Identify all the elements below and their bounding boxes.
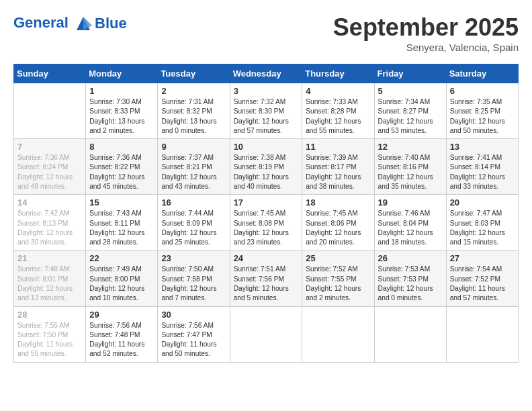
day-number: 19 — [378, 197, 443, 208]
day-number: 17 — [234, 197, 299, 208]
day-number: 30 — [161, 310, 226, 320]
day-number: 15 — [89, 197, 154, 208]
sunset-text: Sunset: 8:24 PM — [17, 163, 82, 172]
sunset-text: Sunset: 7:53 PM — [378, 275, 443, 284]
daylight-text: Daylight: 12 hours and 55 minutes. — [306, 117, 370, 136]
cell-info: Sunrise: 7:33 AM Sunset: 8:28 PM Dayligh… — [306, 97, 370, 136]
calendar-week-row: 28 Sunrise: 7:55 AM Sunset: 7:50 PM Dayl… — [14, 306, 519, 362]
cell-info: Sunrise: 7:36 AM Sunset: 8:22 PM Dayligh… — [89, 153, 154, 191]
daylight-text: Daylight: 12 hours and 28 minutes. — [89, 228, 154, 248]
weekday-header: Thursday — [302, 64, 374, 83]
daylight-text: Daylight: 12 hours and 23 minutes. — [234, 228, 299, 248]
daylight-text: Daylight: 12 hours and 20 minutes. — [306, 228, 370, 248]
logo: General Blue — [13, 13, 127, 34]
weekday-header: Saturday — [446, 64, 518, 83]
weekday-header-row: SundayMondayTuesdayWednesdayThursdayFrid… — [14, 64, 519, 83]
calendar-cell — [446, 306, 518, 362]
daylight-text: Daylight: 12 hours and 13 minutes. — [17, 284, 82, 304]
calendar-cell: 19 Sunrise: 7:46 AM Sunset: 8:04 PM Dayl… — [374, 195, 446, 250]
sunset-text: Sunset: 8:11 PM — [89, 219, 154, 228]
sunrise-text: Sunrise: 7:50 AM — [161, 265, 226, 274]
calendar-cell: 29 Sunrise: 7:56 AM Sunset: 7:48 PM Dayl… — [86, 306, 158, 362]
weekday-header: Wednesday — [230, 64, 302, 83]
cell-info: Sunrise: 7:56 AM Sunset: 7:47 PM Dayligh… — [161, 321, 226, 359]
cell-info: Sunrise: 7:56 AM Sunset: 7:48 PM Dayligh… — [89, 321, 154, 359]
daylight-text: Daylight: 12 hours and 35 minutes. — [378, 173, 443, 192]
month-title: September 2025 — [333, 13, 519, 42]
weekday-header: Monday — [86, 64, 158, 83]
calendar-cell: 12 Sunrise: 7:40 AM Sunset: 8:16 PM Dayl… — [374, 139, 446, 195]
calendar-cell: 2 Sunrise: 7:31 AM Sunset: 8:32 PM Dayli… — [158, 83, 230, 139]
daylight-text: Daylight: 12 hours and 48 minutes. — [17, 173, 82, 192]
sunrise-text: Sunrise: 7:42 AM — [17, 209, 82, 218]
daylight-text: Daylight: 12 hours and 45 minutes. — [89, 173, 154, 192]
calendar-cell: 5 Sunrise: 7:34 AM Sunset: 8:27 PM Dayli… — [374, 83, 446, 139]
daylight-text: Daylight: 11 hours and 52 minutes. — [89, 340, 154, 359]
calendar-cell: 28 Sunrise: 7:55 AM Sunset: 7:50 PM Dayl… — [14, 306, 86, 362]
day-number: 29 — [89, 310, 154, 320]
weekday-header: Sunday — [14, 64, 86, 83]
sunrise-text: Sunrise: 7:41 AM — [450, 153, 515, 163]
cell-info: Sunrise: 7:49 AM Sunset: 8:00 PM Dayligh… — [89, 265, 154, 303]
sunset-text: Sunset: 7:50 PM — [17, 330, 82, 340]
day-number: 12 — [378, 142, 443, 152]
sunset-text: Sunset: 8:09 PM — [161, 219, 226, 228]
calendar-week-row: 14 Sunrise: 7:42 AM Sunset: 8:13 PM Dayl… — [14, 195, 519, 250]
cell-info: Sunrise: 7:48 AM Sunset: 8:01 PM Dayligh… — [17, 265, 82, 303]
calendar-cell: 21 Sunrise: 7:48 AM Sunset: 8:01 PM Dayl… — [14, 250, 86, 306]
sunrise-text: Sunrise: 7:36 AM — [89, 153, 154, 163]
day-number: 27 — [450, 253, 515, 263]
day-number: 9 — [161, 142, 226, 152]
sunrise-text: Sunrise: 7:47 AM — [450, 209, 515, 218]
cell-info: Sunrise: 7:51 AM Sunset: 7:56 PM Dayligh… — [234, 265, 299, 303]
logo-icon — [73, 13, 93, 34]
sunrise-text: Sunrise: 7:43 AM — [89, 209, 154, 218]
sunrise-text: Sunrise: 7:30 AM — [89, 97, 154, 107]
sunrise-text: Sunrise: 7:38 AM — [234, 153, 299, 163]
sunrise-text: Sunrise: 7:54 AM — [450, 265, 515, 274]
sunrise-text: Sunrise: 7:48 AM — [17, 265, 82, 274]
calendar-cell: 8 Sunrise: 7:36 AM Sunset: 8:22 PM Dayli… — [86, 139, 158, 195]
daylight-text: Daylight: 12 hours and 38 minutes. — [306, 173, 370, 192]
calendar-cell: 4 Sunrise: 7:33 AM Sunset: 8:28 PM Dayli… — [302, 83, 374, 139]
sunset-text: Sunset: 7:52 PM — [450, 275, 515, 284]
day-number: 23 — [161, 253, 226, 263]
sunrise-text: Sunrise: 7:51 AM — [234, 265, 299, 274]
sunrise-text: Sunrise: 7:44 AM — [161, 209, 226, 218]
day-number: 14 — [17, 197, 82, 208]
cell-info: Sunrise: 7:46 AM Sunset: 8:04 PM Dayligh… — [378, 209, 443, 247]
weekday-header: Friday — [374, 64, 446, 83]
calendar-cell: 22 Sunrise: 7:49 AM Sunset: 8:00 PM Dayl… — [86, 250, 158, 306]
sunrise-text: Sunrise: 7:36 AM — [17, 153, 82, 163]
daylight-text: Daylight: 13 hours and 2 minutes. — [89, 117, 154, 136]
sunset-text: Sunset: 8:08 PM — [234, 219, 299, 228]
sunset-text: Sunset: 8:33 PM — [89, 107, 154, 116]
day-number: 6 — [450, 86, 515, 96]
cell-info: Sunrise: 7:39 AM Sunset: 8:17 PM Dayligh… — [306, 153, 370, 191]
sunset-text: Sunset: 8:22 PM — [89, 163, 154, 172]
sunrise-text: Sunrise: 7:37 AM — [161, 153, 226, 163]
daylight-text: Daylight: 12 hours and 53 minutes. — [378, 117, 443, 136]
daylight-text: Daylight: 12 hours and 10 minutes. — [89, 284, 154, 304]
day-number: 3 — [234, 86, 299, 96]
sunrise-text: Sunrise: 7:49 AM — [89, 265, 154, 274]
logo-text: General — [13, 13, 93, 34]
day-number: 13 — [450, 142, 515, 152]
calendar-cell — [374, 306, 446, 362]
sunrise-text: Sunrise: 7:46 AM — [378, 209, 443, 218]
cell-info: Sunrise: 7:53 AM Sunset: 7:53 PM Dayligh… — [378, 265, 443, 303]
day-number: 4 — [306, 86, 370, 96]
sunset-text: Sunset: 8:13 PM — [17, 219, 82, 228]
daylight-text: Daylight: 12 hours and 30 minutes. — [17, 228, 82, 248]
cell-info: Sunrise: 7:41 AM Sunset: 8:14 PM Dayligh… — [450, 153, 515, 191]
page-header: General Blue September 2025 Senyera, Val… — [13, 13, 519, 53]
daylight-text: Daylight: 12 hours and 5 minutes. — [234, 284, 299, 304]
calendar-week-row: 7 Sunrise: 7:36 AM Sunset: 8:24 PM Dayli… — [14, 139, 519, 195]
sunset-text: Sunset: 8:00 PM — [89, 275, 154, 284]
sunset-text: Sunset: 8:25 PM — [450, 107, 515, 116]
daylight-text: Daylight: 12 hours and 57 minutes. — [234, 117, 299, 136]
day-number: 11 — [306, 142, 370, 152]
cell-info: Sunrise: 7:40 AM Sunset: 8:16 PM Dayligh… — [378, 153, 443, 191]
calendar-cell: 7 Sunrise: 7:36 AM Sunset: 8:24 PM Dayli… — [14, 139, 86, 195]
day-number: 2 — [161, 86, 226, 96]
